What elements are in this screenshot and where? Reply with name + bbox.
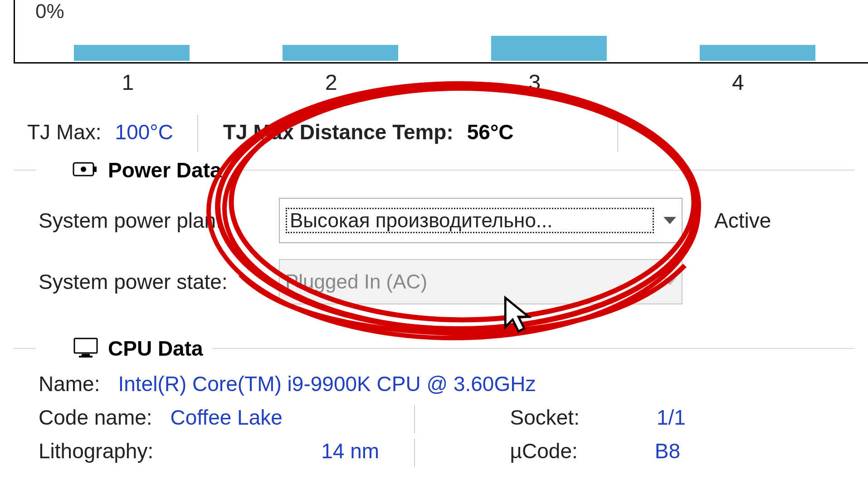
power-plan-label: System power plan: [39, 208, 265, 233]
chevron-down-icon [663, 278, 676, 285]
svg-rect-1 [94, 167, 97, 172]
cpu-lithography-row: Lithography: 14 nm [39, 439, 447, 463]
svg-rect-4 [82, 354, 90, 356]
tj-distance-label: TJ Max Distance Temp: [223, 120, 454, 144]
chart-x-label-2: 2 [276, 70, 387, 95]
cpu-ucode-label: µCode: [510, 439, 578, 463]
tj-max-cell: TJ Max: 100°C [27, 120, 198, 144]
cpu-codename-label: Code name: [39, 405, 152, 430]
power-section-title: Power Data [108, 158, 222, 182]
tj-max-value: 100°C [115, 120, 173, 144]
cpu-name-row: Name: Intel(R) Core(TM) i9-9900K CPU @ 3… [39, 372, 854, 396]
chart-x-label-1: 1 [73, 70, 183, 95]
cpu-lithography-value: 14 nm [321, 439, 379, 463]
power-plan-status: Active [714, 208, 771, 233]
power-state-dropdown: Plugged In (AC) [279, 259, 683, 304]
cpu-section-title: CPU Data [108, 336, 203, 361]
power-plan-value: Высокая производительно... [285, 207, 654, 234]
cpu-data-section: CPU Data Name: Intel(R) Core(TM) i9-9900… [0, 336, 868, 463]
tj-distance-value: 56°C [467, 120, 514, 144]
cpu-name-label: Name: [39, 372, 100, 396]
chart-bar-2 [283, 45, 398, 61]
chart-x-axis: 1 2 3 4 [73, 70, 868, 95]
chart-y-axis-label: 0% [35, 0, 64, 23]
cpu-ucode-row: µCode: B8 [447, 439, 855, 463]
chevron-down-icon [663, 217, 676, 224]
power-state-label: System power state: [39, 270, 265, 294]
chart-x-label-4: 4 [683, 70, 794, 95]
divider [414, 405, 415, 433]
core-usage-chart: 0% [14, 0, 868, 64]
cpu-socket-label: Socket: [510, 405, 580, 430]
svg-rect-5 [79, 356, 93, 358]
tj-max-label: TJ Max: [27, 120, 102, 144]
chart-bar-1 [74, 45, 190, 61]
tj-distance-cell: TJ Max Distance Temp: 56°C [223, 120, 618, 144]
power-plan-row: System power plan: Высокая производитель… [39, 198, 854, 243]
cpu-ucode-value: B8 [655, 439, 680, 463]
battery-icon [73, 160, 99, 180]
svg-rect-3 [74, 338, 97, 353]
power-state-row: System power state: Plugged In (AC) [39, 259, 854, 304]
chart-bar-3 [491, 36, 607, 61]
cpu-name-value: Intel(R) Core(TM) i9-9900K CPU @ 3.60GHz [118, 372, 536, 396]
power-data-section: Power Data System power plan: Высокая пр… [0, 158, 868, 304]
cpu-socket-value: 1/1 [657, 405, 686, 430]
temperature-info-row: TJ Max: 100°C TJ Max Distance Temp: 56°C [27, 120, 868, 144]
monitor-icon [73, 337, 99, 360]
divider [414, 439, 415, 467]
chart-x-label-3: 3 [479, 70, 590, 95]
power-plan-dropdown[interactable]: Высокая производительно... [279, 198, 683, 243]
cpu-socket-row: Socket: 1/1 [447, 405, 855, 430]
power-state-value: Plugged In (AC) [285, 270, 654, 293]
cpu-codename-row: Code name: Coffee Lake [39, 405, 447, 430]
chart-bar-4 [700, 45, 815, 61]
cpu-lithography-label: Lithography: [39, 439, 153, 463]
svg-point-2 [81, 167, 86, 172]
cpu-codename-value: Coffee Lake [171, 405, 283, 430]
